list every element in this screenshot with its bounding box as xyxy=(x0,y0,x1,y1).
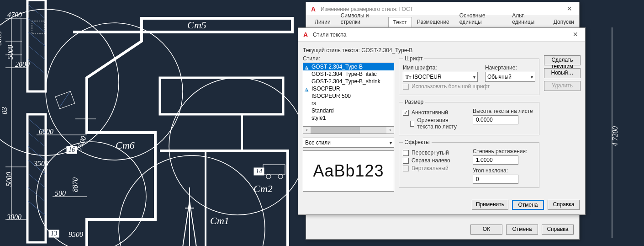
textstyle-buttons: Применить Отмена Справка xyxy=(472,200,580,210)
list-item: ◮ISOCPEUR xyxy=(303,85,394,92)
textstyle-titlebar[interactable]: A Стили текста × xyxy=(298,28,585,42)
chevron-down-icon: ▾ xyxy=(473,75,475,80)
tab-lines[interactable]: Линии xyxy=(310,16,336,27)
svg-text:5000: 5000 xyxy=(5,172,13,187)
svg-text:13: 13 xyxy=(51,230,57,237)
big-font-checkbox: Использовать большой шрифт xyxy=(403,83,535,90)
svg-text:3000: 3000 xyxy=(6,213,21,221)
cancel-button[interactable]: Отмена xyxy=(512,200,544,210)
list-item[interactable]: GOST-2.304_Type-B_italic xyxy=(303,70,394,78)
match-orientation-checkbox[interactable]: Ориентация текста по листу xyxy=(410,117,465,130)
style-list-hscrollbar[interactable]: ‹ › xyxy=(303,127,394,134)
style-filter-combo[interactable]: Все стили ▾ xyxy=(303,138,394,148)
scroll-left-icon[interactable]: ‹ xyxy=(303,127,311,134)
annotative-checkbox[interactable]: Аннотативный xyxy=(403,109,465,116)
effects-group: Эффекты Перевернутый Справа налево xyxy=(399,139,539,188)
styles-label: Стили: xyxy=(303,55,394,62)
font-style-combo[interactable]: Обычный ▾ xyxy=(485,72,535,82)
svg-text:5000: 5000 xyxy=(6,45,14,59)
oblique-angle-input[interactable] xyxy=(473,175,518,184)
textstyle-title: Стили текста xyxy=(313,32,569,38)
style-listbox[interactable]: ◮GOST-2.304_Type-B GOST-2.304_Type-B_ita… xyxy=(303,63,394,127)
svg-text:500: 500 xyxy=(55,189,66,197)
font-group: Шрифт Имя шрифта: TT ISOCPEUR ▾ Начертан… xyxy=(399,55,539,95)
svg-text:9500: 9500 xyxy=(69,230,83,238)
svg-text:8870: 8870 xyxy=(71,177,79,192)
annotative-icon: ◮ xyxy=(305,86,308,92)
list-item: ◮GOST-2.304_Type-B xyxy=(303,63,394,70)
svg-text:6000: 6000 xyxy=(0,31,3,46)
dimstyle-buttons: ОК Отмена Справка xyxy=(470,225,574,235)
chevron-down-icon: ▾ xyxy=(531,75,533,80)
paper-height-label: Высота текста на листе xyxy=(473,108,535,114)
list-item[interactable]: GOST-2.304_Type-B_shrink xyxy=(303,78,394,85)
size-group: Размер Аннотативный Ориентация текста по… xyxy=(399,99,539,135)
svg-line-21 xyxy=(28,201,45,215)
svg-line-10 xyxy=(28,5,45,18)
delete-style-button[interactable]: Удалить xyxy=(544,81,581,91)
upside-down-checkbox[interactable]: Перевернутый xyxy=(403,150,465,156)
svg-line-17 xyxy=(28,146,45,160)
paper-height-input[interactable] xyxy=(473,115,518,124)
scroll-right-icon[interactable]: › xyxy=(386,127,394,134)
list-item[interactable]: rs xyxy=(303,100,394,107)
backwards-checkbox[interactable]: Справа налево xyxy=(403,157,465,164)
textstyle-dialog: A Стили текста × Текущий стиль текста: G… xyxy=(298,27,586,215)
cancel-button[interactable]: Отмена xyxy=(506,225,538,235)
font-style-label: Начертание: xyxy=(485,64,535,71)
list-item[interactable]: style1 xyxy=(303,114,394,122)
chevron-down-icon: ▾ xyxy=(390,140,392,145)
svg-line-13 xyxy=(28,46,45,59)
current-style-label: Текущий стиль текста: GOST-2.304_Type-B xyxy=(303,45,581,55)
ok-button[interactable]: ОК xyxy=(470,225,502,235)
svg-text:3500: 3500 xyxy=(33,160,48,167)
vertical-checkbox: Вертикальный xyxy=(403,165,465,171)
oblique-angle-label: Угол наклона: xyxy=(473,167,535,174)
new-style-button[interactable]: Новый… xyxy=(544,68,581,78)
font-name-label: Имя шрифта: xyxy=(403,64,478,71)
svg-text:03: 03 xyxy=(0,107,8,114)
help-button[interactable]: Справка xyxy=(542,225,574,235)
svg-text:16: 16 xyxy=(69,146,75,153)
svg-rect-5 xyxy=(27,0,46,91)
svg-text:4700: 4700 xyxy=(7,11,22,19)
svg-text:Ст1: Ст1 xyxy=(210,215,229,226)
svg-text:2000: 2000 xyxy=(15,60,30,68)
svg-point-4 xyxy=(119,155,265,246)
help-button[interactable]: Справка xyxy=(548,200,580,210)
autocad-icon: A xyxy=(302,31,309,38)
tab-text[interactable]: Текст xyxy=(388,17,412,27)
svg-line-14 xyxy=(28,59,45,73)
svg-point-1 xyxy=(46,23,183,160)
svg-text:Ст6: Ст6 xyxy=(116,139,135,151)
close-icon[interactable]: × xyxy=(569,30,581,39)
width-factor-input[interactable] xyxy=(473,155,518,165)
svg-text:14: 14 xyxy=(256,168,262,175)
font-name-combo[interactable]: TT ISOCPEUR ▾ xyxy=(403,72,478,82)
set-current-button[interactable]: Сделать текущим xyxy=(544,55,581,65)
svg-rect-7 xyxy=(55,91,74,109)
width-factor-label: Степень растяжения: xyxy=(473,148,535,155)
svg-rect-39 xyxy=(263,165,285,175)
autocad-icon: A xyxy=(310,5,317,13)
list-item[interactable]: Standard xyxy=(303,107,394,114)
svg-line-19 xyxy=(28,174,45,187)
svg-text:6000: 6000 xyxy=(39,128,53,135)
truetype-icon: TT xyxy=(405,74,412,80)
list-item[interactable]: ISOCPEUR 500 xyxy=(303,92,394,100)
dimstyle-tabs: Линии Символы и стрелки Текст Размещение… xyxy=(306,16,579,27)
tab-alt-units[interactable]: Альт. единицы xyxy=(507,10,549,27)
tab-primary-units[interactable]: Основные единицы xyxy=(454,10,507,27)
svg-line-11 xyxy=(28,18,45,32)
svg-text:Ст2: Ст2 xyxy=(253,183,273,194)
svg-line-8 xyxy=(57,92,73,106)
apply-button[interactable]: Применить xyxy=(472,200,508,210)
svg-text:4 7200: 4 7200 xyxy=(611,126,619,146)
tab-fit[interactable]: Размещение xyxy=(412,16,454,27)
close-icon[interactable]: × xyxy=(563,4,575,14)
style-preview: AaBb123 xyxy=(303,150,394,192)
tab-tolerances[interactable]: Допуски xyxy=(549,16,579,27)
annotative-icon: ◮ xyxy=(305,64,308,70)
tab-symbols[interactable]: Символы и стрелки xyxy=(336,10,388,27)
svg-text:Ст5: Ст5 xyxy=(187,19,206,31)
